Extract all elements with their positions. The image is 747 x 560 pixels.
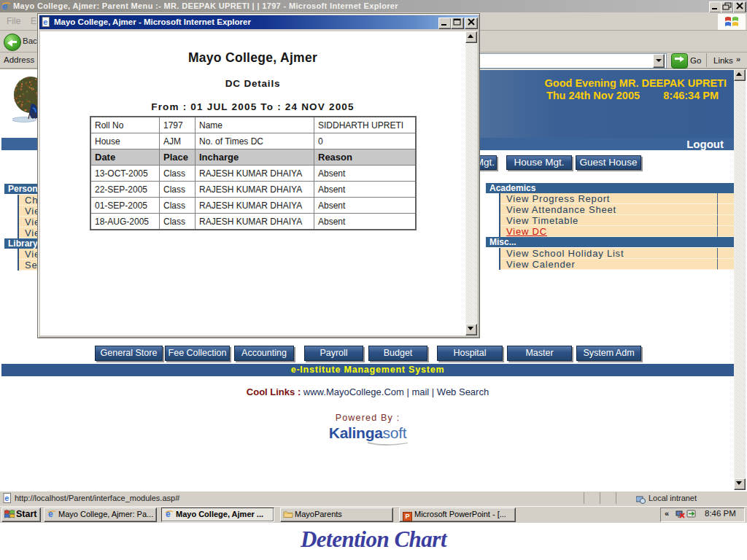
svg-text:e: e — [4, 494, 9, 502]
svg-text:e: e — [43, 18, 47, 26]
